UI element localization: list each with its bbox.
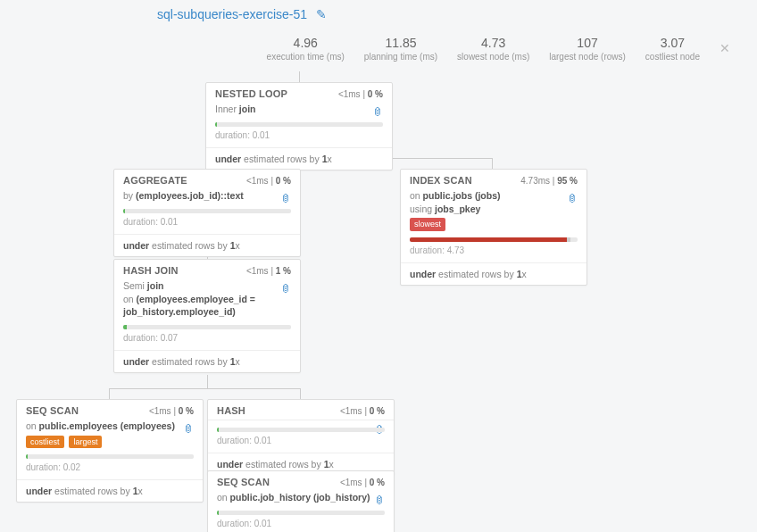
node-seq-scan-job-history[interactable]: SEQ SCAN <1ms | 0 % 🛢 on public.job_hist… — [207, 470, 395, 532]
node-title: SEQ SCAN — [217, 477, 270, 487]
stat-cost: 3.07 costliest node — [645, 36, 700, 62]
node-meta: <1ms | 1 % — [246, 266, 291, 276]
node-title: HASH — [217, 405, 245, 416]
stat-value: 11.85 — [364, 36, 437, 50]
db-icon: 🛢 — [373, 105, 383, 119]
duration-text: duration: 0.07 — [123, 332, 291, 345]
stat-value: 4.73 — [457, 36, 529, 50]
stat-label: costliest node — [645, 52, 700, 62]
node-meta: <1ms | 0 % — [149, 406, 194, 416]
badge-costliest: costliest — [26, 436, 64, 449]
duration-bar — [26, 454, 194, 459]
db-icon: 🛢 — [184, 422, 194, 436]
stat-label: slowest node (ms) — [457, 52, 529, 62]
node-meta: <1ms | 0 % — [246, 176, 291, 186]
duration-bar — [217, 511, 385, 515]
db-icon: 🛢 — [568, 192, 578, 205]
node-title: HASH JOIN — [123, 265, 179, 276]
stat-exec: 4.96 execution time (ms) — [267, 36, 345, 62]
node-detail: using jobs_pkey — [410, 203, 578, 216]
duration-text: duration: 0.01 — [217, 518, 385, 530]
connector — [299, 71, 300, 82]
stat-value: 107 — [549, 36, 626, 50]
node-seq-scan-employees[interactable]: SEQ SCAN <1ms | 0 % 🛢 on public.employee… — [16, 399, 204, 503]
plan-canvas: NESTED LOOP <1ms | 0 % 🛢 Inner join dura… — [0, 71, 757, 532]
estimate-row: under estimated rows by 1x — [114, 234, 300, 256]
duration-text: duration: 4.73 — [410, 245, 578, 257]
node-title: INDEX SCAN — [410, 175, 472, 186]
node-meta: <1ms | 0 % — [340, 478, 385, 487]
node-nested-loop[interactable]: NESTED LOOP <1ms | 0 % 🛢 Inner join dura… — [205, 82, 393, 170]
node-detail: by (employees.job_id)::text — [123, 190, 244, 201]
stat-slow: 4.73 slowest node (ms) — [457, 36, 529, 62]
stat-label: execution time (ms) — [267, 52, 345, 62]
node-detail: Semi join — [123, 279, 291, 293]
node-detail: Inner join — [215, 104, 256, 114]
node-detail: on public.jobs (jobs) — [410, 189, 578, 203]
node-hash-join[interactable]: HASH JOIN <1ms | 1 % 🛢 Semi join on (emp… — [113, 259, 301, 373]
close-icon[interactable]: ✕ — [720, 41, 730, 55]
stat-label: largest node (rows) — [549, 52, 626, 62]
node-meta: 4.73ms | 95 % — [520, 176, 578, 186]
duration-bar — [215, 122, 383, 127]
duration-bar — [410, 237, 578, 242]
estimate-row: under estimated rows by 1x — [206, 147, 392, 170]
estimate-row: under estimated rows by 1x — [17, 479, 203, 502]
stat-value: 3.07 — [645, 36, 700, 50]
stat-label: planning time (ms) — [364, 52, 437, 62]
node-index-scan[interactable]: INDEX SCAN 4.73ms | 95 % 🛢 on public.job… — [400, 169, 587, 286]
connector — [109, 388, 301, 399]
duration-bar — [123, 325, 291, 329]
node-title: SEQ SCAN — [26, 405, 79, 416]
estimate-row: under estimated rows by 1x — [114, 350, 300, 372]
node-detail: on public.employees (employees) — [26, 420, 194, 433]
node-detail: on (employees.employee_id = job_history.… — [123, 293, 291, 319]
duration-text: duration: 0.01 — [123, 216, 291, 229]
duration-text: duration: 0.01 — [215, 129, 383, 142]
db-icon: 🛢 — [281, 282, 291, 295]
plan-title: sql-subqueries-exercise-51 ✎ — [157, 7, 327, 21]
node-title: AGGREGATE — [123, 175, 187, 186]
duration-text: duration: 0.02 — [26, 461, 194, 474]
plan-title-text: sql-subqueries-exercise-51 — [157, 7, 307, 21]
duration-text: duration: 0.01 — [217, 435, 385, 447]
db-icon: 🛢 — [375, 494, 385, 507]
duration-bar — [123, 209, 291, 213]
duration-bar — [217, 428, 385, 432]
connector — [207, 375, 208, 388]
db-icon: 🛢 — [281, 192, 291, 205]
node-hash[interactable]: HASH <1ms | 0 % 🛢 duration: 0.01 under e… — [207, 399, 395, 476]
badge-slowest: slowest — [410, 218, 445, 231]
stat-plan: 11.85 planning time (ms) — [364, 36, 437, 62]
stat-value: 4.96 — [267, 36, 345, 50]
node-detail: on public.job_history (job_history) — [217, 491, 385, 504]
node-meta: <1ms | 0 % — [340, 406, 385, 416]
stat-large: 107 largest node (rows) — [549, 36, 626, 62]
edit-icon[interactable]: ✎ — [316, 7, 327, 21]
node-title: NESTED LOOP — [215, 88, 287, 99]
stats-row: 4.96 execution time (ms) 11.85 planning … — [267, 36, 730, 62]
estimate-row: under estimated rows by 1x — [401, 262, 586, 285]
badge-largest: largest — [69, 436, 102, 449]
node-meta: <1ms | 0 % — [338, 89, 383, 99]
node-aggregate[interactable]: AGGREGATE <1ms | 0 % 🛢 by (employees.job… — [113, 169, 301, 257]
